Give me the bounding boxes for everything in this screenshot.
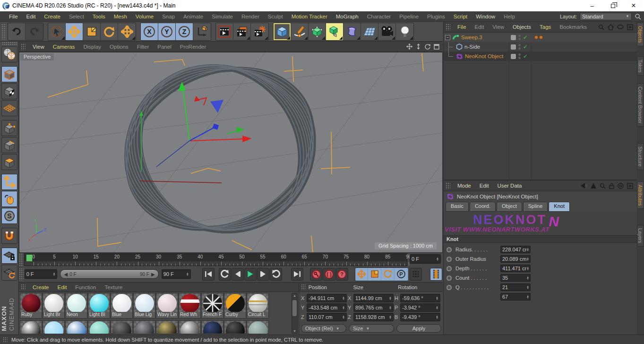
spinner-icon[interactable]: ▲▼ <box>389 306 392 310</box>
param-field[interactable]: 21▲▼ <box>500 284 531 291</box>
menu-item-create[interactable]: Create <box>28 284 53 290</box>
menu-item-mesh[interactable]: Mesh <box>110 14 131 19</box>
param-field[interactable]: 20.089 cm▲▼ <box>500 255 531 263</box>
layer-color-chip[interactable] <box>511 35 516 40</box>
material-item[interactable]: Red Wh <box>179 293 201 318</box>
axis-mode-button[interactable] <box>1 174 17 190</box>
tab-basic[interactable]: Basic <box>446 202 469 212</box>
spinner-icon[interactable]: ▲▼ <box>53 272 56 276</box>
prev-frame-button[interactable] <box>232 268 244 281</box>
add-floor-button[interactable] <box>361 23 378 40</box>
viewport-view-label[interactable]: Perspective <box>20 53 54 60</box>
last-tool-button[interactable] <box>118 23 136 40</box>
param-field[interactable]: 411.471 cm▲▼ <box>500 265 531 272</box>
lock-icon[interactable] <box>609 183 614 189</box>
coord-field-position-y[interactable]: -433.548 cm▲▼ <box>307 303 347 312</box>
key-scale-toggle[interactable] <box>369 268 381 281</box>
spinner-icon[interactable]: ▲▼ <box>526 267 529 270</box>
minimize-button[interactable]: – <box>582 0 602 11</box>
scroll-up-icon[interactable]: ▲ <box>293 294 296 297</box>
redo-button[interactable] <box>26 23 43 40</box>
attributes-menu-grip[interactable] <box>446 182 450 189</box>
menu-item-create[interactable]: Create <box>40 14 65 19</box>
polygons-mode-button[interactable] <box>1 154 17 170</box>
lock-x-axis-button[interactable]: X <box>141 23 158 40</box>
material-item[interactable] <box>179 320 201 334</box>
next-key-button[interactable] <box>270 268 282 281</box>
tweak-mode-button[interactable] <box>1 191 17 207</box>
menu-item-objects[interactable]: Objects <box>508 24 535 30</box>
timeline-current-frame-field[interactable]: 0 F ▲▼ <box>410 254 441 264</box>
next-frame-button[interactable] <box>257 268 269 281</box>
texture-mode-button[interactable] <box>1 83 17 99</box>
material-item[interactable] <box>224 320 246 334</box>
rotate-tool-button[interactable] <box>101 23 118 40</box>
keyframe-dot-icon[interactable] <box>447 285 452 290</box>
tag-icon[interactable] <box>539 35 543 39</box>
add-camera-button[interactable] <box>378 23 396 40</box>
menu-item-tags[interactable]: Tags <box>535 24 555 30</box>
material-item[interactable]: Light Br <box>43 293 65 318</box>
material-item[interactable] <box>88 320 110 334</box>
magnet-snap-button[interactable] <box>1 228 17 244</box>
visibility-dots[interactable] <box>518 34 521 40</box>
menu-item-help[interactable]: Help <box>499 14 519 19</box>
range-end-field[interactable]: 90 F ▲▼ <box>162 269 191 279</box>
workplane-refresh-button[interactable] <box>1 265 17 281</box>
menu-item-plugins[interactable]: Plugins <box>423 14 449 19</box>
material-item[interactable] <box>156 320 178 334</box>
materials-scroll-thumb[interactable] <box>292 300 297 316</box>
restore-button[interactable] <box>602 0 623 11</box>
menu-item-animate[interactable]: Animate <box>179 14 207 19</box>
side-tab-content-browser[interactable]: Content Browser <box>637 83 644 127</box>
menu-item-script[interactable]: Script <box>449 14 472 19</box>
history-back-icon[interactable] <box>581 183 587 189</box>
menu-item-file[interactable]: File <box>5 14 22 19</box>
menu-item-options[interactable]: Options <box>105 44 133 50</box>
viewport-zoom-icon[interactable] <box>415 43 422 50</box>
workplane-mode-button[interactable] <box>1 100 17 116</box>
material-item[interactable] <box>133 320 155 334</box>
material-item[interactable]: Light Bl <box>88 293 110 318</box>
live-selection-button[interactable] <box>48 23 66 40</box>
side-tab-layers[interactable]: Layers <box>637 225 644 247</box>
viewport-toggle-icon[interactable] <box>433 43 440 50</box>
coord-field-rotation-h[interactable]: -59.636 °▲▼ <box>400 294 440 302</box>
material-item[interactable]: Circuit L <box>247 293 269 318</box>
menu-item-select[interactable]: Select <box>65 14 88 19</box>
knot-section-header[interactable]: Knot <box>444 235 637 243</box>
lock-y-axis-button[interactable]: Y <box>158 23 176 40</box>
spinner-icon[interactable]: ▲▼ <box>526 276 529 280</box>
key-rotation-toggle[interactable] <box>382 268 395 281</box>
menu-item-prorender[interactable]: ProRender <box>176 44 211 50</box>
layout-dropdown[interactable]: Standard ▼ <box>580 13 632 20</box>
viewport-rotate-icon[interactable] <box>424 43 431 50</box>
transport-grip[interactable] <box>19 268 24 280</box>
apply-button[interactable]: Apply <box>396 324 441 333</box>
render-picture-viewer-button[interactable] <box>233 23 251 40</box>
coord-field-rotation-b[interactable]: -9.439 °▲▼ <box>400 313 440 321</box>
timeline-track[interactable]: 051015202530354045505560657075808590 <box>24 253 407 266</box>
enabled-check-icon[interactable]: ✓ <box>523 43 528 50</box>
material-item[interactable] <box>65 320 87 334</box>
spinner-icon[interactable]: ▲▼ <box>342 306 345 310</box>
material-item[interactable] <box>20 320 42 334</box>
lock-workplane-button[interactable] <box>1 248 17 264</box>
material-item[interactable]: Wavy Lin <box>156 293 178 318</box>
lock-z-axis-button[interactable]: Z <box>176 23 193 40</box>
material-item[interactable]: Neon <box>65 293 87 318</box>
materials-scrollbar[interactable]: ▲ ▼ <box>292 293 298 334</box>
menu-item-bookmarks[interactable]: Bookmarks <box>555 24 591 30</box>
spinner-icon[interactable]: ▲▼ <box>342 315 345 319</box>
search-icon[interactable] <box>600 183 606 189</box>
menu-item-edit[interactable]: Edit <box>475 183 493 189</box>
timeline-grip[interactable] <box>19 253 24 266</box>
coord-field-size-x[interactable]: 1144.99 cm▲▼ <box>353 294 394 302</box>
range-left-arrow[interactable]: ◀ <box>64 272 68 277</box>
search-icon[interactable] <box>635 13 641 20</box>
range-right-arrow[interactable]: ▶ <box>151 272 155 277</box>
menu-item-edit[interactable]: Edit <box>53 284 71 290</box>
menu-item-tools[interactable]: Tools <box>88 14 110 19</box>
tag-icon[interactable] <box>534 35 538 39</box>
material-item[interactable] <box>111 320 133 334</box>
